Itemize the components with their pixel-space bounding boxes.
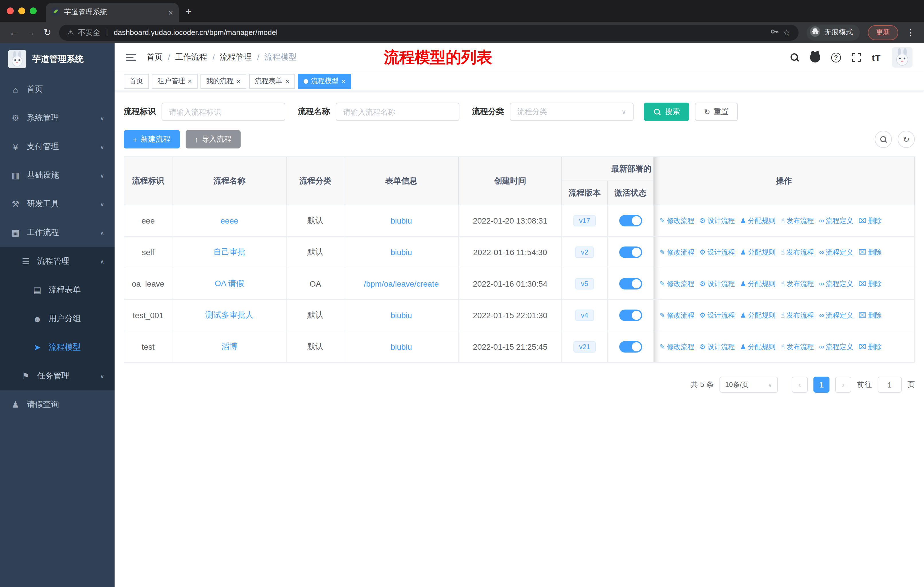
sidebar-item-process-mgmt[interactable]: ☰ 流程管理 ∧ — [0, 247, 115, 276]
process-name-link[interactable]: 滔博 — [221, 342, 238, 351]
avatar[interactable] — [892, 47, 912, 68]
process-definition-action[interactable]: ∞流程定义 — [819, 342, 853, 352]
create-process-button[interactable]: + 新建流程 — [124, 130, 180, 149]
publish-process-action[interactable]: ☝发布流程 — [780, 342, 814, 352]
process-definition-action[interactable]: ∞流程定义 — [819, 247, 853, 257]
sidebar-item-process-model[interactable]: ➤ 流程模型 — [0, 333, 115, 362]
modify-process-action[interactable]: ✎修改流程 — [659, 342, 694, 352]
assign-rule-action[interactable]: ♟分配规则 — [740, 311, 776, 320]
close-icon[interactable]: × — [237, 77, 241, 85]
process-name-link[interactable]: 测试多审批人 — [205, 310, 254, 319]
close-window-button[interactable] — [7, 7, 14, 14]
close-icon[interactable]: × — [285, 77, 289, 85]
browser-menu-icon[interactable]: ⋮ — [906, 27, 915, 38]
sidebar-item-task-mgmt[interactable]: ⚑ 任务管理 ∨ — [0, 362, 115, 390]
active-toggle[interactable] — [619, 246, 642, 258]
process-name-link[interactable]: eeee — [221, 216, 238, 225]
new-tab-button[interactable]: + — [186, 6, 191, 18]
delete-action[interactable]: ⌧删除 — [858, 279, 882, 289]
sidebar-item-infrastructure[interactable]: ▥ 基础设施 ∨ — [0, 161, 115, 190]
active-toggle[interactable] — [619, 215, 642, 227]
delete-action[interactable]: ⌧删除 — [858, 216, 882, 226]
forward-button[interactable]: → — [26, 28, 36, 37]
form-info-link[interactable]: biubiu — [391, 342, 412, 351]
process-name-link[interactable]: OA 请假 — [215, 279, 244, 288]
assign-rule-action[interactable]: ♟分配规则 — [740, 216, 776, 226]
goto-page-input[interactable] — [878, 377, 902, 393]
reload-button[interactable]: ↻ — [43, 28, 51, 37]
sidebar-item-user-group[interactable]: ☻ 用户分组 — [0, 304, 115, 333]
publish-process-action[interactable]: ☝发布流程 — [780, 216, 814, 226]
update-button[interactable]: 更新 — [868, 25, 898, 40]
sidebar-logo[interactable]: 芋道管理系统 — [0, 43, 115, 75]
publish-process-action[interactable]: ☝发布流程 — [780, 247, 814, 257]
sidebar-item-system-mgmt[interactable]: ⚙ 系统管理 ∨ — [0, 104, 115, 132]
page-size-select[interactable]: 10条/页 ∨ — [719, 377, 778, 393]
browser-tab[interactable]: 芋道管理系统 × — [46, 3, 179, 22]
breadcrumb-item[interactable]: 工作流程 — [175, 52, 207, 63]
design-process-action[interactable]: ⚙设计流程 — [700, 216, 735, 226]
publish-process-action[interactable]: ☝发布流程 — [780, 311, 814, 320]
design-process-action[interactable]: ⚙设计流程 — [700, 311, 735, 320]
close-tab-icon[interactable]: × — [168, 8, 173, 17]
design-process-action[interactable]: ⚙设计流程 — [700, 342, 735, 352]
import-process-button[interactable]: ↑ 导入流程 — [185, 130, 241, 149]
fullscreen-icon[interactable] — [852, 53, 861, 62]
sidebar-item-pay-mgmt[interactable]: ¥ 支付管理 ∨ — [0, 132, 115, 161]
refresh-table-button[interactable]: ↻ — [898, 131, 915, 148]
reset-button[interactable]: ↻ 重置 — [695, 103, 738, 121]
sidebar-item-home[interactable]: ⌂ 首页 — [0, 75, 115, 104]
github-icon[interactable] — [810, 52, 820, 63]
publish-process-action[interactable]: ☝发布流程 — [780, 279, 814, 289]
process-name-input[interactable] — [336, 103, 459, 121]
design-process-action[interactable]: ⚙设计流程 — [700, 279, 735, 289]
zoom-window-button[interactable] — [30, 7, 37, 14]
process-definition-action[interactable]: ∞流程定义 — [819, 216, 853, 226]
sidebar-item-process-form[interactable]: ▤ 流程表单 — [0, 276, 115, 304]
form-info-link[interactable]: /bpm/oa/leave/create — [364, 279, 439, 288]
modify-process-action[interactable]: ✎修改流程 — [659, 247, 694, 257]
search-button[interactable]: 搜索 — [644, 103, 689, 121]
toggle-search-button[interactable] — [875, 131, 892, 148]
sidebar-collapse-button[interactable] — [126, 54, 136, 61]
help-icon[interactable]: ? — [831, 53, 841, 62]
modify-process-action[interactable]: ✎修改流程 — [659, 279, 694, 289]
delete-action[interactable]: ⌧删除 — [858, 342, 882, 352]
tag-process-form[interactable]: 流程表单 × — [249, 74, 295, 89]
delete-action[interactable]: ⌧删除 — [858, 311, 882, 320]
category-select[interactable]: 流程分类 ∨ — [510, 103, 634, 121]
active-toggle[interactable] — [619, 309, 642, 321]
bookmark-star-icon[interactable]: ☆ — [783, 27, 790, 38]
assign-rule-action[interactable]: ♟分配规则 — [740, 342, 776, 352]
font-size-icon[interactable]: tT — [872, 53, 881, 62]
address-bar[interactable]: ⚠ 不安全 | dashboard.yudao.iocoder.cn/bpm/m… — [59, 24, 799, 40]
sidebar-item-leave-query[interactable]: ♟ 请假查询 — [0, 390, 115, 419]
modify-process-action[interactable]: ✎修改流程 — [659, 311, 694, 320]
form-info-link[interactable]: biubiu — [391, 248, 412, 257]
page-number-button[interactable]: 1 — [813, 377, 830, 393]
key-icon[interactable] — [770, 27, 779, 38]
minimize-window-button[interactable] — [18, 7, 25, 14]
active-toggle[interactable] — [619, 278, 642, 289]
incognito-badge[interactable]: 无痕模式 — [807, 24, 860, 40]
form-info-link[interactable]: biubiu — [391, 311, 412, 320]
breadcrumb-item[interactable]: 首页 — [147, 52, 163, 63]
design-process-action[interactable]: ⚙设计流程 — [700, 247, 735, 257]
process-definition-action[interactable]: ∞流程定义 — [819, 311, 853, 320]
close-icon[interactable]: × — [188, 77, 192, 85]
security-label[interactable]: 不安全 — [78, 27, 100, 38]
sidebar-item-dev-tools[interactable]: ⚒ 研发工具 ∨ — [0, 190, 115, 218]
close-icon[interactable]: × — [342, 77, 345, 85]
tag-home[interactable]: 首页 — [124, 74, 149, 89]
breadcrumb-item[interactable]: 流程管理 — [220, 52, 252, 63]
modify-process-action[interactable]: ✎修改流程 — [659, 216, 694, 226]
process-name-link[interactable]: 自己审批 — [213, 247, 246, 256]
search-icon[interactable] — [790, 53, 799, 62]
assign-rule-action[interactable]: ♟分配规则 — [740, 247, 776, 257]
tag-process-model[interactable]: 流程模型 × — [298, 74, 351, 89]
sidebar-item-workflow[interactable]: ▦ 工作流程 ∧ — [0, 218, 115, 247]
tag-tenant-mgmt[interactable]: 租户管理 × — [152, 74, 198, 89]
process-key-input[interactable] — [162, 103, 285, 121]
prev-page-button[interactable]: ‹ — [792, 377, 808, 393]
delete-action[interactable]: ⌧删除 — [858, 247, 882, 257]
